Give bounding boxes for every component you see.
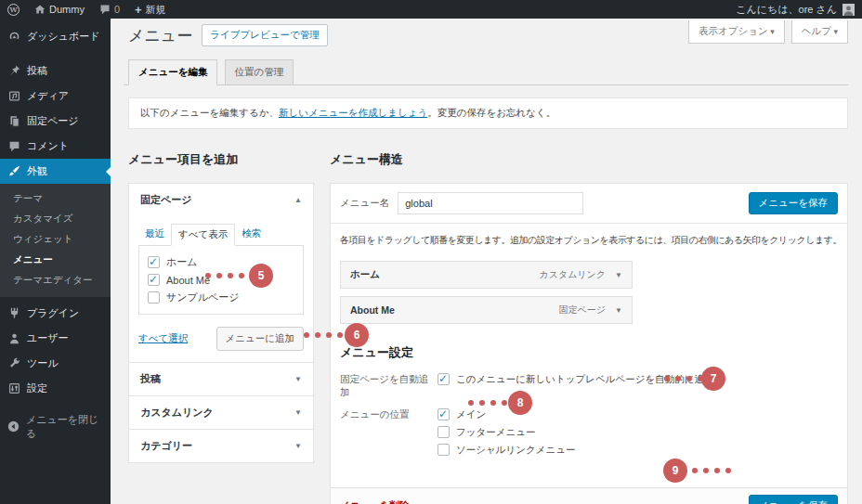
wrench-icon bbox=[7, 357, 20, 369]
tab-view-all[interactable]: すべて表示 bbox=[171, 224, 235, 246]
checkbox-label: About Me bbox=[166, 275, 210, 286]
admin-bar: W Dummy 0 新規 こんにちは、ore さん bbox=[0, 0, 862, 19]
annotation-badge-5: 5 bbox=[249, 264, 273, 288]
submenu-item-widgets[interactable]: ウィジェット bbox=[0, 229, 111, 250]
add-menu-items-column: メニュー項目を追加 固定ページ 最近 すべて表示 検索 ホーム bbox=[128, 146, 314, 463]
chevron-down-icon bbox=[294, 375, 302, 383]
checkbox-checked-icon[interactable] bbox=[148, 256, 160, 268]
submenu-item-menus[interactable]: メニュー bbox=[0, 250, 111, 270]
menu-item-about-me[interactable]: About Me 固定ページ bbox=[340, 296, 633, 324]
save-menu-button-bottom[interactable]: メニューを保存 bbox=[749, 495, 838, 504]
chevron-down-icon bbox=[294, 442, 302, 450]
chevron-down-icon[interactable] bbox=[615, 306, 622, 315]
submenu-item-customize[interactable]: カスタマイズ bbox=[0, 209, 111, 229]
pages-filter-tabs: 最近 すべて表示 検索 bbox=[138, 224, 304, 245]
checkbox-checked-icon[interactable] bbox=[438, 408, 450, 420]
checkbox-unchecked-icon[interactable] bbox=[438, 444, 450, 456]
collapse-menu-button[interactable]: メニューを閉じる bbox=[0, 414, 111, 439]
tab-manage-locations[interactable]: 位置の管理 bbox=[225, 59, 294, 85]
dashboard-icon bbox=[7, 31, 20, 43]
panel-categories-header[interactable]: カテゴリー bbox=[129, 429, 313, 462]
submenu-item-theme-editor[interactable]: テーマエディター bbox=[0, 270, 111, 291]
sidebar-item-media[interactable]: メディア bbox=[0, 84, 111, 109]
notice-text-post: 。変更の保存をお忘れなく。 bbox=[427, 107, 555, 118]
site-name-label: Dummy bbox=[49, 4, 85, 15]
screen-options-button[interactable]: 表示オプション bbox=[688, 20, 785, 44]
sidebar-item-plugins[interactable]: プラグイン bbox=[0, 301, 111, 326]
sidebar-label: 固定ページ bbox=[27, 114, 79, 128]
panel-custom-links-header[interactable]: カスタムリンク bbox=[129, 395, 313, 429]
sidebar-item-dashboard[interactable]: ダッシュボード bbox=[0, 24, 111, 49]
sidebar-item-pages[interactable]: 固定ページ bbox=[0, 109, 111, 134]
leader-dots-6 bbox=[304, 332, 343, 338]
panel-posts-label: 投稿 bbox=[140, 372, 161, 386]
page-checkbox-sample-page[interactable]: サンプルページ bbox=[148, 289, 294, 306]
pushpin-icon bbox=[7, 65, 20, 77]
leader-dots-8 bbox=[468, 400, 507, 406]
location-label: メイン bbox=[456, 408, 486, 421]
page-header: メニュー ライブプレビューで管理 bbox=[128, 24, 328, 46]
sidebar-label: 外観 bbox=[27, 164, 47, 178]
submenu-item-themes[interactable]: テーマ bbox=[0, 188, 111, 209]
sidebar-item-users[interactable]: ユーザー bbox=[0, 326, 111, 351]
sidebar-label: メニューを閉じる bbox=[26, 413, 103, 441]
select-all-link[interactable]: すべて選択 bbox=[138, 332, 188, 345]
chevron-down-icon[interactable] bbox=[615, 271, 622, 279]
create-new-menu-link[interactable]: 新しいメニューを作成しましょう bbox=[279, 107, 427, 118]
live-preview-button[interactable]: ライブプレビューで管理 bbox=[202, 24, 327, 46]
menu-item-type: カスタムリンク bbox=[539, 268, 606, 281]
tab-search[interactable]: 検索 bbox=[235, 224, 268, 245]
wordpress-admin-menus-page: W Dummy 0 新規 こんにちは、ore さん bbox=[0, 0, 862, 504]
location-label: フッターメニュー bbox=[456, 426, 535, 439]
sidebar-label: 投稿 bbox=[27, 64, 47, 78]
pages-icon bbox=[7, 115, 20, 127]
location-checkbox-main[interactable]: メイン bbox=[438, 407, 575, 421]
location-checkbox-footer[interactable]: フッターメニュー bbox=[438, 425, 575, 439]
tab-most-recent[interactable]: 最近 bbox=[138, 224, 171, 245]
howdy-menu[interactable]: こんにちは、ore さん bbox=[736, 3, 837, 17]
menu-item-type: 固定ページ bbox=[559, 304, 606, 317]
menu-editor-footer: メニューを削除 メニューを保存 bbox=[331, 487, 847, 504]
menu-name-label: メニュー名 bbox=[340, 197, 389, 210]
auto-add-label: 固定ページを自動追加 bbox=[340, 372, 438, 399]
leader-dots-7 bbox=[664, 376, 703, 381]
site-name-menu[interactable]: Dummy bbox=[27, 0, 92, 19]
panel-posts-header[interactable]: 投稿 bbox=[129, 362, 313, 395]
drag-instructions: 各項目をドラッグして順番を変更します。追加の設定オプションを表示するには、項目の… bbox=[340, 234, 838, 247]
panel-pages-header[interactable]: 固定ページ bbox=[129, 184, 313, 216]
sidebar-item-settings[interactable]: 設定 bbox=[0, 376, 111, 401]
comments-shortcut[interactable]: 0 bbox=[92, 0, 127, 19]
checkbox-checked-icon[interactable] bbox=[438, 373, 450, 385]
delete-menu-link[interactable]: メニューを削除 bbox=[340, 499, 409, 504]
new-content-menu[interactable]: 新規 bbox=[127, 0, 174, 19]
page-checkbox-home[interactable]: ホーム bbox=[148, 253, 294, 271]
new-label: 新規 bbox=[146, 3, 166, 17]
appearance-submenu: テーマ カスタマイズ ウィジェット メニュー テーマエディター bbox=[0, 184, 111, 297]
menu-name-input[interactable] bbox=[398, 192, 583, 214]
screen-meta: 表示オプション ヘルプ bbox=[688, 20, 848, 44]
checkbox-label: ホーム bbox=[166, 255, 198, 269]
checkbox-checked-icon[interactable] bbox=[148, 274, 160, 286]
checkbox-unchecked-icon[interactable] bbox=[438, 426, 450, 438]
menu-item-title: ホーム bbox=[350, 268, 380, 281]
menu-item-title: About Me bbox=[350, 304, 395, 316]
chevron-down-icon bbox=[294, 408, 302, 417]
help-button[interactable]: ヘルプ bbox=[791, 20, 848, 44]
sidebar-item-comments[interactable]: コメント bbox=[0, 134, 111, 159]
chevron-up-icon bbox=[294, 196, 302, 204]
plus-icon bbox=[135, 3, 142, 17]
location-checkbox-social[interactable]: ソーシャルリンクメニュー bbox=[438, 443, 575, 457]
home-icon bbox=[34, 4, 46, 15]
sidebar-item-appearance[interactable]: 外観 bbox=[0, 159, 111, 184]
save-menu-button-top[interactable]: メニューを保存 bbox=[749, 192, 838, 214]
wordpress-logo-menu[interactable]: W bbox=[0, 0, 27, 19]
menu-editor-body: 各項目をドラッグして順番を変更します。追加の設定オプションを表示するには、項目の… bbox=[331, 224, 847, 487]
annotation-badge-8: 8 bbox=[508, 391, 532, 415]
menu-item-home[interactable]: ホーム カスタムリンク bbox=[340, 261, 633, 289]
sidebar-item-tools[interactable]: ツール bbox=[0, 351, 111, 376]
sidebar-item-posts[interactable]: 投稿 bbox=[0, 58, 111, 84]
checkbox-unchecked-icon[interactable] bbox=[148, 291, 160, 304]
add-to-menu-button[interactable]: メニューに追加 bbox=[216, 327, 304, 351]
sidebar-label: メディア bbox=[27, 89, 69, 103]
tab-edit-menus[interactable]: メニューを編集 bbox=[128, 59, 217, 85]
